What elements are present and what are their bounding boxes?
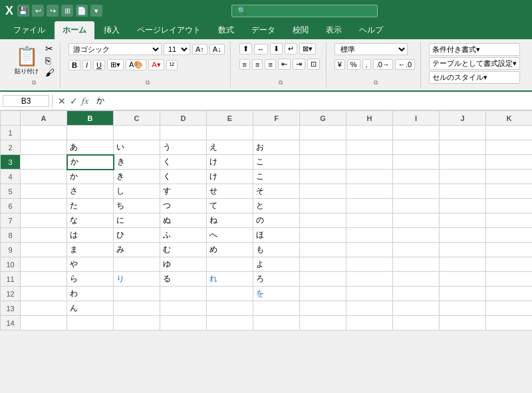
- col-header-I[interactable]: I: [393, 111, 440, 126]
- cell[interactable]: [486, 243, 533, 257]
- font-size-select[interactable]: 11: [164, 43, 190, 55]
- cell[interactable]: ろ: [253, 272, 300, 287]
- cell[interactable]: [486, 228, 533, 243]
- font-color-button[interactable]: A▾: [148, 59, 164, 70]
- number-format-select[interactable]: 標準: [334, 43, 408, 55]
- cell[interactable]: [114, 126, 160, 140]
- cell[interactable]: [346, 213, 393, 228]
- cell[interactable]: [160, 316, 207, 330]
- cell[interactable]: [253, 316, 300, 330]
- fill-color-button[interactable]: A🎨: [126, 59, 146, 70]
- cell[interactable]: [486, 126, 533, 140]
- row-header-6[interactable]: 6: [1, 199, 21, 213]
- cell[interactable]: [393, 170, 440, 184]
- cell[interactable]: む: [160, 243, 207, 257]
- align-middle-button[interactable]: ↔: [254, 44, 268, 55]
- cell[interactable]: [160, 287, 207, 301]
- cell[interactable]: [346, 243, 393, 257]
- cell[interactable]: こ: [253, 155, 300, 170]
- increase-indent-button[interactable]: ⇥: [293, 59, 305, 70]
- cell[interactable]: [346, 140, 393, 155]
- increase-font-button[interactable]: A↑: [192, 44, 207, 55]
- cell[interactable]: う: [160, 140, 207, 155]
- cell[interactable]: [393, 213, 440, 228]
- cell[interactable]: [346, 257, 393, 272]
- row-header-7[interactable]: 7: [1, 213, 21, 228]
- underline-button[interactable]: U: [93, 60, 105, 70]
- wrap-text-button[interactable]: ↵: [285, 43, 297, 55]
- cell[interactable]: [486, 301, 533, 316]
- cancel-formula-icon[interactable]: ✕: [58, 96, 66, 106]
- save-icon[interactable]: 💾: [17, 5, 29, 17]
- table-format-button[interactable]: テーブルとして書式設定▾: [429, 57, 520, 70]
- row-header-5[interactable]: 5: [1, 184, 21, 199]
- cell[interactable]: [393, 243, 440, 257]
- col-header-B[interactable]: B: [67, 111, 114, 126]
- col-header-K[interactable]: K: [486, 111, 533, 126]
- cell[interactable]: [440, 228, 486, 243]
- col-header-G[interactable]: G: [300, 111, 346, 126]
- increase-decimal-button[interactable]: .0→: [373, 59, 393, 70]
- cell[interactable]: [346, 199, 393, 213]
- formula-input[interactable]: [94, 96, 529, 106]
- cell[interactable]: [300, 184, 346, 199]
- cell[interactable]: [253, 126, 300, 140]
- redo-icon[interactable]: ↪: [47, 5, 59, 17]
- cell[interactable]: は: [67, 228, 114, 243]
- cell[interactable]: す: [160, 184, 207, 199]
- cell[interactable]: [21, 213, 67, 228]
- cell[interactable]: て: [207, 199, 253, 213]
- cell[interactable]: [160, 126, 207, 140]
- col-header-J[interactable]: J: [440, 111, 486, 126]
- cell[interactable]: [440, 155, 486, 170]
- font-expand-icon[interactable]: ⧉: [146, 79, 150, 86]
- cell[interactable]: [300, 257, 346, 272]
- cell[interactable]: [346, 287, 393, 301]
- cell[interactable]: [440, 272, 486, 287]
- cell[interactable]: [21, 199, 67, 213]
- cell[interactable]: [486, 155, 533, 170]
- cell[interactable]: [393, 126, 440, 140]
- cell[interactable]: け: [207, 155, 253, 170]
- col-header-H[interactable]: H: [346, 111, 393, 126]
- tab-file[interactable]: ファイル: [5, 21, 53, 39]
- row-header-8[interactable]: 8: [1, 228, 21, 243]
- row-header-2[interactable]: 2: [1, 140, 21, 155]
- cell[interactable]: [207, 316, 253, 330]
- cell[interactable]: か: [67, 155, 114, 170]
- cell[interactable]: ぬ: [160, 213, 207, 228]
- cell[interactable]: [300, 287, 346, 301]
- col-header-E[interactable]: E: [207, 111, 253, 126]
- tab-formula[interactable]: 数式: [210, 21, 242, 39]
- tab-insert[interactable]: 挿入: [96, 21, 128, 39]
- cell[interactable]: し: [114, 184, 160, 199]
- align-top-button[interactable]: ⬆: [239, 43, 252, 55]
- cell[interactable]: ゆ: [160, 257, 207, 272]
- cell[interactable]: [440, 213, 486, 228]
- cell[interactable]: [300, 213, 346, 228]
- cell[interactable]: [300, 126, 346, 140]
- cell[interactable]: ほ: [253, 228, 300, 243]
- row-header-4[interactable]: 4: [1, 170, 21, 184]
- cell[interactable]: [346, 155, 393, 170]
- decrease-font-button[interactable]: A↓: [209, 44, 225, 55]
- cell-reference-input[interactable]: [3, 95, 49, 107]
- tab-view[interactable]: 表示: [318, 21, 350, 39]
- align-right-button[interactable]: ≡: [265, 59, 275, 70]
- cell[interactable]: [207, 126, 253, 140]
- cell[interactable]: ま: [67, 243, 114, 257]
- cell[interactable]: [21, 257, 67, 272]
- row-header-10[interactable]: 10: [1, 257, 21, 272]
- cell[interactable]: け: [207, 170, 253, 184]
- cell[interactable]: [300, 316, 346, 330]
- cell[interactable]: [160, 301, 207, 316]
- cell[interactable]: お: [253, 140, 300, 155]
- cell[interactable]: [21, 170, 67, 184]
- tab-home[interactable]: ホーム: [55, 21, 94, 39]
- cell[interactable]: [440, 170, 486, 184]
- cell[interactable]: [393, 199, 440, 213]
- cell[interactable]: [486, 272, 533, 287]
- cell[interactable]: [486, 213, 533, 228]
- cell[interactable]: ひ: [114, 228, 160, 243]
- cell[interactable]: の: [253, 213, 300, 228]
